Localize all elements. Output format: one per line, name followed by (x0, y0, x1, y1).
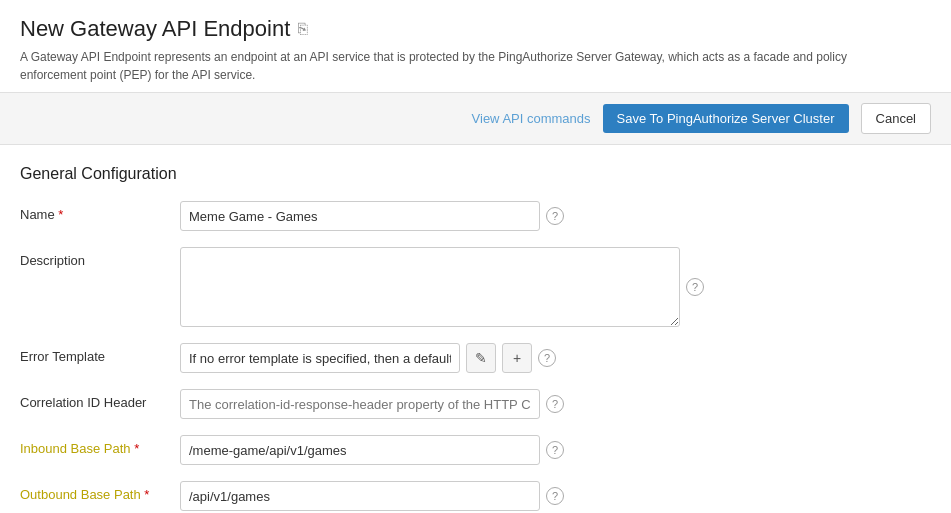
correlation-id-control-wrap: ? (180, 389, 931, 419)
page-description: A Gateway API Endpoint represents an end… (20, 48, 880, 84)
outbound-base-path-input[interactable] (180, 481, 540, 511)
name-field-row: Name ? (20, 201, 931, 231)
outbound-base-path-control-wrap: ? (180, 481, 931, 511)
outbound-base-path-label: Outbound Base Path (20, 481, 180, 502)
name-control-wrap: ? (180, 201, 931, 231)
toolbar: View API commands Save To PingAuthorize … (0, 93, 951, 145)
cancel-button[interactable]: Cancel (861, 103, 931, 134)
description-field-row: Description ? (20, 247, 931, 327)
error-template-field-row: Error Template ✎ + ? (20, 343, 931, 373)
correlation-id-label: Correlation ID Header (20, 389, 180, 410)
name-help-icon[interactable]: ? (546, 207, 564, 225)
description-help-icon[interactable]: ? (686, 278, 704, 296)
description-label: Description (20, 247, 180, 268)
correlation-id-help-icon[interactable]: ? (546, 395, 564, 413)
error-template-label: Error Template (20, 343, 180, 364)
section-title: General Configuration (20, 165, 931, 183)
description-control-wrap: ? (180, 247, 931, 327)
correlation-id-field-row: Correlation ID Header ? (20, 389, 931, 419)
save-button[interactable]: Save To PingAuthorize Server Cluster (603, 104, 849, 133)
view-api-commands-link[interactable]: View API commands (472, 111, 591, 126)
page-title-row: New Gateway API Endpoint ⎘ (20, 16, 931, 42)
outbound-base-path-field-row: Outbound Base Path ? (20, 481, 931, 511)
copy-icon[interactable]: ⎘ (298, 20, 308, 38)
inbound-base-path-field-row: Inbound Base Path ? (20, 435, 931, 465)
name-input[interactable] (180, 201, 540, 231)
correlation-id-input[interactable] (180, 389, 540, 419)
description-textarea[interactable] (180, 247, 680, 327)
general-configuration-section: General Configuration Name ? Description… (0, 145, 951, 513)
error-template-add-icon[interactable]: + (502, 343, 532, 373)
inbound-base-path-label: Inbound Base Path (20, 435, 180, 456)
error-template-input[interactable] (180, 343, 460, 373)
error-template-help-icon[interactable]: ? (538, 349, 556, 367)
inbound-base-path-help-icon[interactable]: ? (546, 441, 564, 459)
error-template-edit-icon[interactable]: ✎ (466, 343, 496, 373)
error-template-control-wrap: ✎ + ? (180, 343, 931, 373)
page-title: New Gateway API Endpoint (20, 16, 290, 42)
name-label: Name (20, 201, 180, 222)
page-header: New Gateway API Endpoint ⎘ A Gateway API… (0, 0, 951, 93)
inbound-base-path-input[interactable] (180, 435, 540, 465)
inbound-base-path-control-wrap: ? (180, 435, 931, 465)
outbound-base-path-help-icon[interactable]: ? (546, 487, 564, 505)
